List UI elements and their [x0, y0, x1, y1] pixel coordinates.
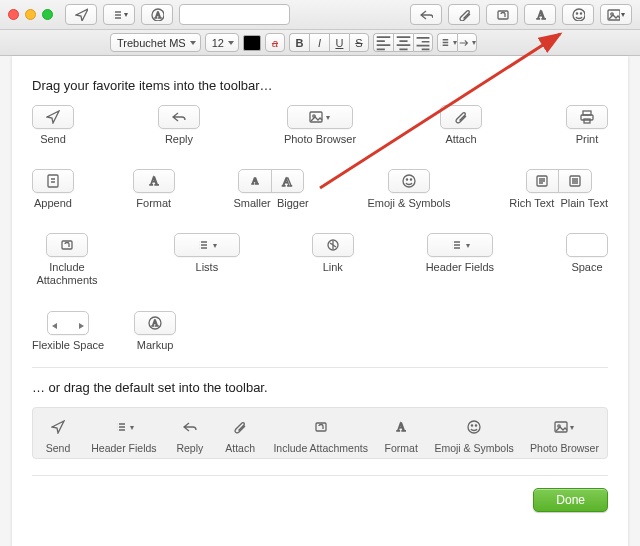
default-item-photo-browser: Photo Browser	[530, 416, 599, 454]
default-item-header-fields: Header Fields	[91, 416, 156, 454]
palette-item-space[interactable]: Space	[566, 233, 608, 287]
toolbar-emoji-button[interactable]	[562, 4, 594, 25]
palette-item-print[interactable]: Print	[566, 105, 608, 145]
italic-button[interactable]: I	[309, 33, 329, 52]
palette-item-flexible-space[interactable]: Flexible Space	[32, 311, 104, 351]
palette-label: Format	[136, 197, 171, 209]
palette-item-lists[interactable]: ▾ Lists	[174, 233, 240, 287]
font-family-select[interactable]: Trebuchet MS	[110, 33, 201, 52]
paperclip-icon	[233, 420, 247, 434]
done-button[interactable]: Done	[533, 488, 608, 512]
alignment-group	[373, 33, 433, 52]
emoji-icon	[402, 174, 416, 188]
list-button[interactable]	[437, 33, 457, 52]
toolbar-send-button[interactable]	[65, 4, 97, 25]
divider	[32, 367, 608, 368]
palette-label: Header Fields	[426, 261, 494, 273]
default-item-send: Send	[41, 416, 75, 454]
default-item-attach: Attach	[223, 416, 257, 454]
palette-label: Emoji & Symbols	[367, 197, 450, 209]
palette-item-append[interactable]: Append	[32, 169, 74, 209]
format-bar: Trebuchet MS 12 a B I U S	[0, 30, 640, 56]
divider	[32, 475, 608, 476]
toolbar-markup-button[interactable]	[141, 4, 173, 25]
customize-toolbar-sheet: Drag your favorite items into the toolba…	[12, 56, 628, 546]
text-color-swatch[interactable]	[243, 35, 261, 51]
default-item-include-attachments: Include Attachments	[273, 416, 368, 454]
bigger-text-icon	[280, 174, 294, 188]
default-label: Attach	[225, 442, 255, 454]
toolbar-photo-browser-button[interactable]: ▾	[600, 4, 632, 25]
toolbar-reply-button[interactable]	[410, 4, 442, 25]
palette-label: Smaller Bigger	[233, 197, 308, 209]
palette-item-textmode[interactable]: Rich Text Plain Text	[509, 169, 608, 209]
underline-button[interactable]: U	[329, 33, 349, 52]
font-size-select[interactable]: 12	[205, 33, 239, 52]
palette-item-emoji[interactable]: Emoji & Symbols	[367, 169, 450, 209]
markup-icon	[148, 316, 162, 330]
toolbar-header-fields-button[interactable]: ▾	[103, 4, 135, 25]
toolbar-item-palette: Send Reply ▾ Photo Browser Attach Print	[32, 105, 608, 351]
palette-item-markup[interactable]: Markup	[134, 311, 176, 351]
default-set-instruction-label: … or drag the default set into the toolb…	[32, 380, 608, 395]
default-label: Emoji & Symbols	[434, 442, 513, 454]
remove-style-button[interactable]: a	[265, 33, 285, 52]
palette-label: Lists	[196, 261, 219, 273]
align-left-button[interactable]	[373, 33, 393, 52]
align-right-button[interactable]	[413, 33, 433, 52]
include-attachments-icon	[314, 420, 328, 434]
palette-label: Photo Browser	[284, 133, 356, 145]
palette-item-fontsize[interactable]: Smaller Bigger	[233, 169, 308, 209]
align-center-button[interactable]	[393, 33, 413, 52]
palette-item-reply[interactable]: Reply	[158, 105, 200, 145]
default-label: Send	[46, 442, 71, 454]
default-label: Header Fields	[91, 442, 156, 454]
rich-text-icon	[535, 174, 549, 188]
palette-item-format[interactable]: Format	[133, 169, 175, 209]
strikethrough-button[interactable]: S	[349, 33, 369, 52]
list-indent-group	[437, 33, 477, 52]
emoji-icon	[467, 420, 481, 434]
list-icon	[449, 238, 463, 252]
reply-icon	[172, 110, 186, 124]
palette-item-link[interactable]: Link	[312, 233, 354, 287]
printer-icon	[580, 110, 594, 124]
format-icon	[147, 174, 161, 188]
palette-item-header-fields[interactable]: ▾ Header Fields	[426, 233, 494, 287]
close-window-button[interactable]	[8, 9, 19, 20]
reply-icon	[183, 420, 197, 434]
drag-instruction-label: Drag your favorite items into the toolba…	[32, 78, 608, 93]
default-label: Reply	[176, 442, 203, 454]
minimize-window-button[interactable]	[25, 9, 36, 20]
palette-label: Reply	[165, 133, 193, 145]
address-field[interactable]	[179, 4, 290, 25]
document-icon	[46, 174, 60, 188]
palette-label: Space	[571, 261, 602, 273]
indent-button[interactable]	[457, 33, 477, 52]
photo-icon	[554, 420, 568, 434]
include-attachments-icon	[60, 238, 74, 252]
palette-label: Markup	[137, 339, 174, 351]
toolbar-format-button[interactable]	[524, 4, 556, 25]
palette-label: Flexible Space	[32, 339, 104, 351]
list-icon	[196, 238, 210, 252]
default-item-reply: Reply	[173, 416, 207, 454]
palette-item-send[interactable]: Send	[32, 105, 74, 145]
default-toolbar-set[interactable]: Send Header Fields Reply Attach Include …	[32, 407, 608, 459]
text-style-group: B I U S	[289, 33, 369, 52]
palette-label: Append	[34, 197, 72, 209]
link-icon	[326, 238, 340, 252]
palette-item-include-attachments[interactable]: Include Attachments	[32, 233, 102, 287]
paperclip-icon	[454, 110, 468, 124]
palette-item-attach[interactable]: Attach	[440, 105, 482, 145]
send-icon	[46, 110, 60, 124]
default-item-format: Format	[384, 416, 418, 454]
zoom-window-button[interactable]	[42, 9, 53, 20]
toolbar-include-attachments-button[interactable]	[486, 4, 518, 25]
toolbar-attach-button[interactable]	[448, 4, 480, 25]
default-label: Include Attachments	[273, 442, 368, 454]
plain-text-icon	[568, 174, 582, 188]
bold-button[interactable]: B	[289, 33, 309, 52]
photo-icon	[309, 110, 323, 124]
palette-item-photo-browser[interactable]: ▾ Photo Browser	[284, 105, 356, 145]
